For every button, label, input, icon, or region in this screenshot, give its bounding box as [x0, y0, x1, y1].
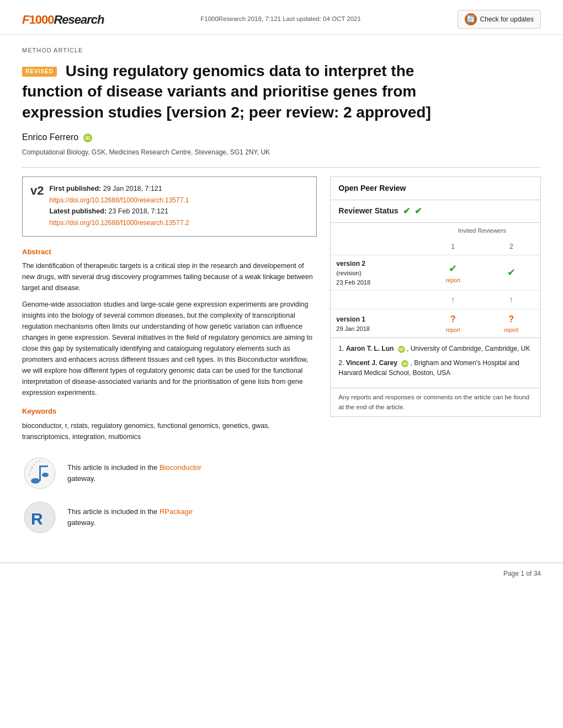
svg-text:R: R — [31, 510, 43, 528]
version2-label: version 2 — [336, 259, 422, 269]
svg-point-9 — [43, 461, 44, 462]
peer-review-title: Open Peer Review — [338, 183, 533, 194]
rpackage-icon: R — [22, 500, 57, 535]
keywords-text: bioconductor, r, rstats, regulatory geno… — [22, 420, 317, 442]
svg-point-4 — [42, 473, 49, 477]
reviewer2-name: Vincent J. Carey — [346, 359, 397, 367]
reviewer-table: Invited Reviewers 1 2 version — [331, 223, 540, 338]
version1-date: 29 Jan 2018 — [336, 324, 422, 334]
peer-review-header: Open Peer Review — [331, 177, 540, 200]
arrow2: ↑ — [482, 291, 540, 309]
abstract-text1: The identification of therapeutic target… — [22, 260, 317, 293]
reviewer-note: Any reports and responses or comments on… — [331, 388, 540, 416]
col2-header: 2 — [482, 238, 540, 255]
bioconductor-text: This article is included in the Biocondu… — [67, 462, 201, 484]
reviewer1-affil: , University of Cambridge, Cambridge, UK — [407, 345, 530, 352]
svg-point-6 — [34, 463, 35, 465]
check-updates-icon: 🔄 — [465, 13, 477, 25]
keywords-title: Keywords — [22, 406, 317, 417]
v2-reviewer1-cell: ✔ report — [424, 255, 482, 291]
v1-reviewer1-cell: ? report — [424, 309, 482, 338]
check-icon-2: ✔ — [415, 205, 422, 218]
page-header: F1000Research F1000Research 2018, 7:121 … — [0, 0, 563, 35]
revised-badge: REVISED — [22, 67, 57, 77]
v2-reviewer2-cell: ✔ — [482, 255, 540, 291]
latest-published-label: Latest published: — [49, 207, 106, 215]
invited-reviewers-header: Invited Reviewers — [424, 223, 540, 239]
v1-r1-report[interactable]: report — [426, 326, 480, 334]
rpackage-text: This article is included in the RPackage… — [67, 506, 193, 528]
page-number: Page 1 of 34 — [503, 569, 541, 579]
check-icon-1: ✔ — [403, 205, 410, 218]
svg-point-1 — [31, 478, 40, 484]
arrow-up-2: ↑ — [509, 294, 513, 306]
rpackage-gateway: R This article is included in the RPacka… — [22, 500, 317, 535]
reviewer2-orcid: iD — [401, 360, 408, 367]
method-label: METHOD ARTICLE — [22, 46, 541, 55]
reviewer-status-row: Reviewer Status ✔ ✔ — [331, 200, 540, 223]
doi1-link[interactable]: https://doi.org/10.12688/f1000research.1… — [49, 196, 189, 204]
abstract-text2: Genome-wide association studies and larg… — [22, 299, 317, 398]
logo: F1000Research — [22, 10, 104, 29]
doi2-link[interactable]: https://doi.org/10.12688/f1000research.1… — [49, 219, 189, 227]
abstract-title: Abstract — [22, 247, 317, 258]
arrow1: ↑ — [424, 291, 482, 309]
bioconductor-link[interactable]: Bioconductor — [160, 463, 201, 472]
v1-r2-report[interactable]: report — [484, 326, 538, 334]
v1-r1-question: ? — [450, 314, 456, 324]
reviewer1-name: Aaron T. L. Lun — [346, 345, 394, 352]
page-footer: Page 1 of 34 — [0, 563, 563, 584]
version2-date: 23 Feb 2018 — [336, 278, 422, 287]
author-name: Enrico Ferrero — [22, 132, 78, 142]
main-column: v2 First published: 29 Jan 2018, 7:121 h… — [22, 176, 317, 535]
article-title: REVISED Using regulatory genomics data t… — [22, 61, 541, 123]
peer-review-box: Open Peer Review Reviewer Status ✔ ✔ Inv… — [330, 176, 541, 417]
arrow-up-1: ↑ — [451, 294, 455, 306]
svg-point-5 — [31, 467, 33, 469]
v2-r1-report[interactable]: report — [426, 276, 480, 285]
check-updates-label: Check for updates — [480, 14, 534, 24]
peer-review-column: Open Peer Review Reviewer Status ✔ ✔ Inv… — [330, 176, 541, 535]
svg-point-8 — [39, 460, 41, 462]
rpackage-link[interactable]: RPackage — [160, 507, 193, 516]
version2-sub: (revision) — [336, 269, 422, 278]
check-updates-button[interactable]: 🔄 Check for updates — [458, 10, 541, 29]
first-published-date: 29 Jan 2018, 7:121 — [103, 185, 162, 192]
affiliation: Computational Biology, GSK, Medicines Re… — [22, 147, 541, 157]
author-line: Enrico Ferrero iD — [22, 131, 541, 144]
gateways-section: This article is included in the Biocondu… — [22, 456, 317, 535]
svg-point-10 — [30, 469, 31, 471]
version2-row: version 2 (revision) 23 Feb 2018 ✔ repor… — [331, 255, 540, 291]
orcid-icon[interactable]: iD — [83, 133, 92, 142]
col1-header: 1 — [424, 238, 482, 255]
svg-rect-2 — [39, 465, 41, 481]
first-published-label: First published: — [49, 185, 101, 192]
version1-row: version 1 29 Jan 2018 ? report ? report — [331, 309, 540, 338]
version2-arrow-row: ↑ ↑ — [331, 291, 540, 309]
bioconductor-icon — [22, 456, 57, 491]
v2-r1-check: ✔ — [449, 263, 457, 274]
version-box: v2 First published: 29 Jan 2018, 7:121 h… — [22, 176, 317, 237]
svg-rect-3 — [39, 465, 48, 467]
v1-reviewer2-cell: ? report — [482, 309, 540, 338]
svg-point-11 — [29, 473, 30, 475]
header-meta: F1000Research 2018, 7:121 Last updated: … — [200, 14, 361, 24]
reviewer1-orcid: iD — [398, 346, 405, 353]
version1-label: version 1 — [336, 314, 422, 324]
version-badge: v2 — [30, 184, 44, 197]
v2-r2-check: ✔ — [507, 267, 516, 278]
svg-point-7 — [36, 461, 38, 463]
bioconductor-gateway: This article is included in the Biocondu… — [22, 456, 317, 491]
latest-published-date: 23 Feb 2018, 7:121 — [108, 207, 168, 215]
v1-r2-question: ? — [508, 314, 514, 324]
reviewer-list: 1. Aaron T. L. Lun iD , University of Ca… — [331, 338, 540, 388]
reviewer-status-label: Reviewer Status — [338, 205, 398, 217]
